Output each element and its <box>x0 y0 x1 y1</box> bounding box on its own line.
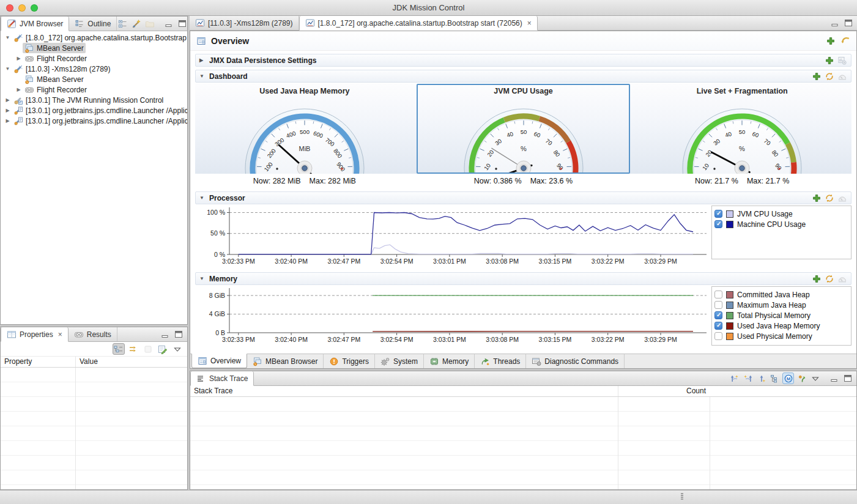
chart-export-icon[interactable] <box>837 56 847 65</box>
tab-results[interactable]: Results <box>69 327 117 341</box>
minimize-view-button[interactable] <box>159 328 171 340</box>
gauge-live-set-fragmentation[interactable]: Live Set + Fragmentation0102030405060708… <box>633 84 851 174</box>
view-tab-overview[interactable]: Overview <box>191 354 247 368</box>
legend-item[interactable]: Used Java Heap Memory <box>714 321 848 331</box>
maximize-view-button[interactable] <box>842 372 853 384</box>
plus-icon[interactable] <box>825 56 834 65</box>
chevron-down-icon[interactable]: ▼ <box>4 35 12 40</box>
nav-frame-reset-icon[interactable] <box>755 372 767 384</box>
section-memory[interactable]: ▼ Memory <box>195 272 851 285</box>
maximize-view-button[interactable] <box>176 18 188 29</box>
accessibility-mode-icon[interactable] <box>840 36 850 46</box>
gauge-jvm-cpu-usage[interactable]: JVM CPU Usage0102030405060708090100% <box>414 84 633 174</box>
chevron-down-icon[interactable]: ▼ <box>4 66 12 72</box>
plus-icon[interactable] <box>812 193 822 203</box>
value-column-header[interactable]: Value <box>75 357 187 367</box>
collapse-all-icon[interactable] <box>117 18 128 29</box>
tab-properties[interactable]: Properties× <box>1 327 69 342</box>
legend-item[interactable]: Maximum Java Heap <box>714 300 848 310</box>
refresh-icon[interactable] <box>825 72 834 81</box>
section-dashboard[interactable]: ▼ Dashboard <box>195 70 851 83</box>
plus-icon[interactable] <box>826 36 836 46</box>
accessibility-icon[interactable] <box>837 193 847 203</box>
chevron-right-icon[interactable]: ▶ <box>4 108 12 113</box>
view-menu-icon[interactable] <box>171 343 184 355</box>
zoom-window-button[interactable] <box>31 4 38 12</box>
tree-item[interactable]: ▶Flight Recorder <box>1 84 187 95</box>
maximize-editor-button[interactable] <box>842 17 854 29</box>
maximize-view-button[interactable] <box>173 328 184 340</box>
method-format-icon[interactable]: M <box>782 372 794 384</box>
pin-icon[interactable] <box>142 343 154 355</box>
section-processor-title: Processor <box>209 194 245 202</box>
statusbar-drag-handle[interactable] <box>681 493 683 500</box>
tab-stack-trace[interactable]: Stack Trace <box>190 371 254 386</box>
chevron-right-icon[interactable]: ▶ <box>4 97 12 103</box>
nav-frame-forward-icon[interactable] <box>742 372 754 384</box>
svg-text:4 GiB: 4 GiB <box>209 310 225 317</box>
tree-item[interactable]: ▶[13.0.1] org.jetbrains.jps.cmdline.Laun… <box>1 116 187 126</box>
minimize-view-button[interactable] <box>828 372 840 384</box>
tree-layout-icon[interactable] <box>769 372 781 384</box>
legend-item[interactable]: Total Physical Memory <box>714 310 848 321</box>
accessibility-icon[interactable] <box>837 72 847 81</box>
view-tab-system[interactable]: System <box>375 354 424 368</box>
view-tab-label: Triggers <box>342 357 369 366</box>
plus-icon[interactable] <box>812 72 822 81</box>
new-connection-icon[interactable] <box>130 18 142 29</box>
legend-checkbox[interactable] <box>714 311 722 319</box>
new-folder-icon[interactable] <box>144 18 155 29</box>
tree-item[interactable]: MBean Server <box>1 74 187 84</box>
link-with-selection-icon[interactable] <box>127 343 139 355</box>
stack-trace-column-header[interactable]: Stack Trace <box>190 386 618 396</box>
edit-icon[interactable] <box>157 343 169 355</box>
tab-jvm-browser[interactable]: JVM Browser <box>1 17 69 31</box>
minimize-editor-button[interactable] <box>829 17 840 29</box>
tree-item[interactable]: ▶Flight Recorder <box>1 53 187 64</box>
view-tab-threads[interactable]: Threads <box>475 354 526 368</box>
chevron-right-icon[interactable]: ▶ <box>4 118 12 124</box>
property-column-header[interactable]: Property <box>1 357 75 367</box>
legend-checkbox[interactable] <box>714 332 722 340</box>
legend-checkbox[interactable] <box>714 220 722 228</box>
tree-item[interactable]: MBean Server <box>1 43 187 53</box>
accessibility-icon[interactable] <box>837 274 847 284</box>
tab-outline[interactable]: Outline <box>69 17 117 31</box>
tree-item[interactable]: ▶[13.0.1] The JVM Running Mission Contro… <box>1 95 187 105</box>
refresh-icon[interactable] <box>825 274 834 284</box>
count-column-header[interactable]: Count <box>618 386 710 396</box>
editor-tab[interactable]: [11.0.3] -Xms128m (2789) <box>190 16 299 30</box>
nav-frame-start-icon[interactable] <box>729 372 740 384</box>
close-window-button[interactable] <box>6 4 13 12</box>
close-tab-icon[interactable]: × <box>58 331 62 338</box>
gauge-used-java-heap-memory[interactable]: Used Java Heap Memory0100200300400500600… <box>195 84 414 174</box>
section-jmx-persistence[interactable]: ▶ JMX Data Persistence Settings <box>195 54 851 67</box>
view-tab-triggers[interactable]: Triggers <box>324 354 375 368</box>
plus-icon[interactable] <box>812 274 822 284</box>
editor-tab[interactable]: [1.8.0_172] org.apache.catalina.startup.… <box>299 16 538 31</box>
view-tab-diagnostic-commands[interactable]: Diagnostic Commands <box>526 354 625 368</box>
legend-item[interactable]: JVM CPU Usage <box>714 209 848 219</box>
chevron-right-icon[interactable]: ▶ <box>15 87 23 92</box>
minimize-window-button[interactable] <box>18 4 26 12</box>
refresh-icon[interactable] <box>825 193 834 203</box>
legend-checkbox[interactable] <box>714 210 722 218</box>
minimize-view-button[interactable] <box>163 18 174 29</box>
legend-checkbox[interactable] <box>714 301 722 309</box>
legend-item[interactable]: Used Physical Memory <box>714 331 848 341</box>
chevron-right-icon[interactable]: ▶ <box>15 56 23 61</box>
legend-item[interactable]: Machine CPU Usage <box>714 219 848 229</box>
tree-item[interactable]: ▼[1.8.0_172] org.apache.catalina.startup… <box>1 32 187 43</box>
view-menu-icon[interactable] <box>809 372 821 384</box>
section-processor[interactable]: ▼ Processor <box>195 191 851 204</box>
tree-item[interactable]: ▶[13.0.1] org.jetbrains.jps.cmdline.Laun… <box>1 105 187 116</box>
close-tab-icon[interactable]: × <box>527 20 532 27</box>
view-tab-memory[interactable]: Memory <box>424 354 475 368</box>
view-tab-mbean-browser[interactable]: MBean Browser <box>247 354 324 368</box>
legend-checkbox[interactable] <box>714 291 722 298</box>
tree-mode-icon[interactable] <box>113 343 125 355</box>
legend-checkbox[interactable] <box>714 322 722 330</box>
tree-item[interactable]: ▼[11.0.3] -Xms128m (2789) <box>1 64 187 74</box>
new-view-icon[interactable] <box>796 372 807 384</box>
legend-item[interactable]: Committed Java Heap <box>714 289 848 300</box>
